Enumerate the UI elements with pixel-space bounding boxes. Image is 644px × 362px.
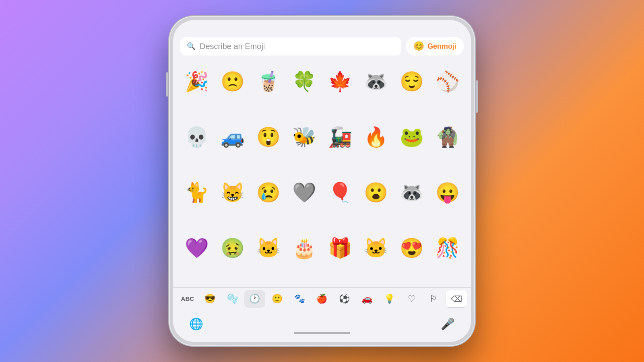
- emoji-cell[interactable]: 🍁: [323, 64, 357, 100]
- category-nature[interactable]: 🫧: [222, 290, 243, 308]
- delete-button[interactable]: ⌫: [446, 290, 467, 307]
- emoji-cell[interactable]: 💀: [180, 119, 214, 155]
- category-sports[interactable]: ⚽: [334, 290, 355, 308]
- emoji-grid: 🎉 🙁 🧋 🍀 🍁 🦝 😌 ⚾ 💀 🚙 😲 🐝 🚂 🔥 🐸 🧌 🐈: [173, 60, 471, 287]
- emoji-cell[interactable]: 🚂: [323, 119, 357, 155]
- emoji-cell[interactable]: 😢: [251, 175, 285, 211]
- category-animals[interactable]: 🐾: [289, 290, 310, 308]
- bottom-bar: 🌐 🎤: [173, 310, 471, 342]
- emoji-cell[interactable]: 🧋: [251, 64, 285, 100]
- genmoji-icon: 😊: [413, 41, 424, 51]
- emoji-cell[interactable]: 😛: [430, 175, 464, 211]
- phone-screen: 🔍 Describe an Emoji 😊 Genmoji 🎉 🙁 🧋 🍀 🍁 …: [173, 20, 471, 342]
- emoji-cell[interactable]: 🤢: [215, 230, 250, 266]
- search-bar[interactable]: 🔍 Describe an Emoji: [180, 37, 401, 56]
- category-symbols[interactable]: ♡: [401, 290, 422, 308]
- emoji-cell[interactable]: 🦝: [394, 175, 429, 211]
- emoji-cell[interactable]: 😍: [394, 230, 429, 266]
- category-travel[interactable]: 🚗: [357, 290, 378, 308]
- search-area: 🔍 Describe an Emoji 😊 Genmoji: [173, 32, 471, 60]
- emoji-cell[interactable]: 🐸: [394, 119, 429, 155]
- phone-frame: 🔍 Describe an Emoji 😊 Genmoji 🎉 🙁 🧋 🍀 🍁 …: [169, 16, 475, 346]
- genmoji-label: Genmoji: [427, 42, 456, 51]
- emoji-cell[interactable]: 🐱: [359, 230, 393, 266]
- category-smileys[interactable]: 😎: [200, 290, 221, 308]
- emoji-cell[interactable]: 😸: [215, 175, 250, 211]
- emoji-cell[interactable]: 🐱: [251, 230, 285, 266]
- home-indicator: [294, 332, 350, 334]
- emoji-cell[interactable]: 🎂: [287, 230, 321, 266]
- mic-icon[interactable]: 🎤: [441, 317, 455, 331]
- emoji-cell[interactable]: 🦝: [359, 64, 393, 100]
- emoji-cell[interactable]: 🎁: [323, 230, 357, 266]
- category-food[interactable]: 🍎: [312, 290, 332, 308]
- search-icon: 🔍: [187, 42, 196, 51]
- category-flags[interactable]: 🏳: [424, 290, 445, 308]
- category-bar: ABC 😎 🫧 🕐 🙂 🐾 🍎 ⚽ 🚗 💡 ♡ 🏳 ⌫: [173, 287, 471, 310]
- emoji-cell[interactable]: 🐝: [287, 119, 321, 155]
- emoji-cell[interactable]: 🚙: [215, 119, 250, 155]
- emoji-cell[interactable]: 🧌: [430, 119, 464, 155]
- emoji-cell[interactable]: 🎊: [430, 230, 464, 266]
- abc-label: ABC: [181, 295, 194, 302]
- emoji-cell[interactable]: 😲: [251, 119, 285, 155]
- emoji-cell[interactable]: 🐈: [180, 175, 214, 211]
- phone-wrapper: 🔍 Describe an Emoji 😊 Genmoji 🎉 🙁 🧋 🍀 🍁 …: [169, 16, 475, 346]
- top-bar: [173, 20, 471, 32]
- emoji-cell[interactable]: 🎉: [180, 64, 214, 100]
- emoji-cell[interactable]: 💜: [180, 230, 214, 266]
- genmoji-button[interactable]: 😊 Genmoji: [406, 37, 464, 56]
- emoji-cell[interactable]: ⚾: [430, 64, 464, 100]
- search-placeholder: Describe an Emoji: [200, 42, 265, 51]
- category-faces[interactable]: 🙂: [267, 290, 288, 308]
- emoji-cell[interactable]: 😮: [359, 175, 393, 211]
- category-recent[interactable]: 🕐: [244, 290, 265, 308]
- emoji-cell[interactable]: 🩶: [287, 175, 321, 211]
- emoji-cell[interactable]: 🎈: [323, 175, 357, 211]
- category-objects[interactable]: 💡: [379, 290, 400, 308]
- category-abc[interactable]: ABC: [177, 290, 198, 308]
- emoji-cell[interactable]: 🔥: [359, 119, 393, 155]
- emoji-cell[interactable]: 🍀: [287, 64, 321, 100]
- emoji-cell[interactable]: 🙁: [215, 64, 250, 100]
- globe-icon[interactable]: 🌐: [189, 317, 203, 331]
- emoji-cell[interactable]: 😌: [394, 64, 429, 100]
